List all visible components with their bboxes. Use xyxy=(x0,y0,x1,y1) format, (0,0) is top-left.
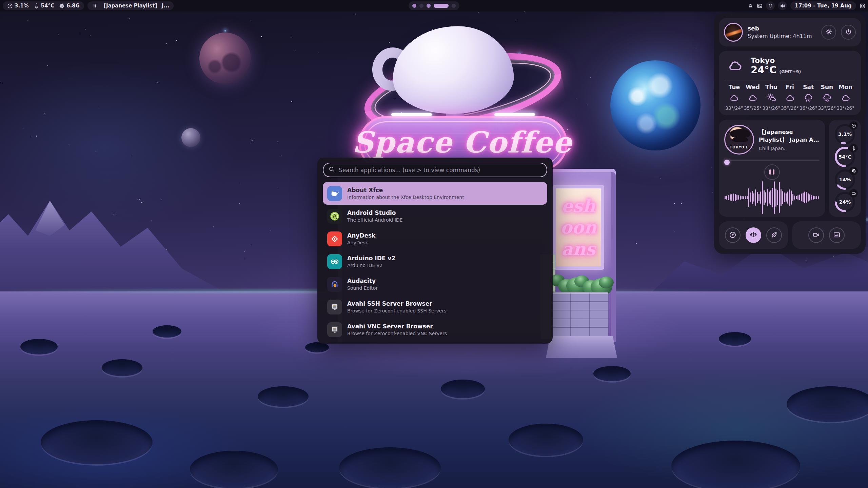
cpu-usage-stat: 3.1% xyxy=(7,3,29,9)
now-playing-title: 【Japanese Playlist】 J... xyxy=(101,3,170,9)
app-description: Sound Editor xyxy=(347,285,378,291)
app-list-item[interactable]: Arduino IDE v2 Arduino IDE v2 xyxy=(323,250,547,273)
power-button[interactable] xyxy=(841,25,856,40)
rain-icon xyxy=(803,93,813,103)
system-gauge: 14% xyxy=(834,169,855,190)
clock-text: 17:09 - Tue, 19 Aug xyxy=(795,3,852,9)
launcher-searchbar[interactable] xyxy=(323,163,547,177)
powersave-profile-button[interactable] xyxy=(766,227,782,243)
workspace-switcher-wrap xyxy=(409,1,459,10)
workspace-dot-occupied[interactable] xyxy=(427,4,431,8)
forecast-temps: 33°/24° xyxy=(725,105,743,111)
clock[interactable]: 17:09 - Tue, 19 Aug xyxy=(790,1,856,10)
forecast-day: Thu 33°/26° xyxy=(762,84,781,111)
app-list-item[interactable]: Android Studio The official Android IDE xyxy=(323,205,547,227)
app-list-item[interactable]: AnyDesk AnyDesk xyxy=(323,227,547,250)
gear-icon xyxy=(825,28,832,36)
speaker-icon xyxy=(780,3,786,9)
app-grid-icon[interactable] xyxy=(860,3,865,9)
forecast-day-name: Tue xyxy=(729,84,740,90)
forecast-temps: 35°/25° xyxy=(744,105,762,111)
app-description: The official Android IDE xyxy=(347,217,402,223)
app-list-item[interactable]: About Xfce Information about the Xfce De… xyxy=(323,182,547,205)
window-neon-text: esh xyxy=(561,196,595,216)
top-panel: 3.1% 54°C 6.8G 【Japanese Playlist】 J... xyxy=(0,0,868,12)
cpu-usage-value: 3.1% xyxy=(15,3,29,9)
forecast-temps: 36°/26° xyxy=(800,105,817,111)
window-neon-text: oon xyxy=(560,218,596,237)
window-neon-text: ans xyxy=(561,239,596,259)
cloud-icon xyxy=(841,93,851,103)
album-art[interactable]: TOKYO L xyxy=(724,125,754,155)
workspace-dot-active[interactable] xyxy=(434,4,449,8)
app-description: Information about the Xfce Desktop Envir… xyxy=(347,195,464,200)
app-name: About Xfce xyxy=(347,187,464,194)
weekly-forecast: Tue 33°/24° Wed 35°/25° Thu 33°/26° xyxy=(725,84,855,111)
speedometer-icon xyxy=(7,3,13,9)
sign-lamp xyxy=(391,113,432,116)
volume-button[interactable] xyxy=(778,1,787,10)
search-icon xyxy=(329,166,335,174)
pet-widget-icon[interactable] xyxy=(748,3,753,9)
weather-card: Tokyo 24°C (GMT+9) Tue 33°/24° Wed xyxy=(719,51,861,115)
system-stats-pill[interactable]: 3.1% 54°C 6.8G xyxy=(3,1,84,10)
temperature-stat: 54°C xyxy=(34,3,54,9)
memory-value: 6.8G xyxy=(66,3,80,9)
app-name: Android Studio xyxy=(347,209,402,216)
screenshot-icon xyxy=(833,231,841,240)
memory-stat: 6.8G xyxy=(59,3,80,9)
performance-profile-button[interactable] xyxy=(725,227,741,243)
now-playing-pill[interactable]: 【Japanese Playlist】 J... xyxy=(87,1,174,10)
video-camera-icon xyxy=(812,231,820,240)
settings-button[interactable] xyxy=(821,25,836,40)
thermometer-icon xyxy=(849,144,858,152)
search-input[interactable] xyxy=(339,167,541,174)
app-list-item[interactable]: Avahi VNC Server Browser Browse for Zero… xyxy=(323,318,547,341)
workspace-switcher[interactable] xyxy=(409,1,459,10)
forecast-day: Tue 33°/24° xyxy=(725,84,744,111)
forecast-temps: 33°/26° xyxy=(818,105,836,111)
brick-planter xyxy=(551,292,608,336)
album-art-caption: TOKYO L xyxy=(725,145,753,149)
avahi-icon xyxy=(327,300,342,314)
workspace-dot-occupied[interactable] xyxy=(412,4,416,8)
chip-icon xyxy=(849,167,858,175)
scales-icon xyxy=(750,231,757,240)
app-description: Browse for Zeroconf-enabled SSH Servers xyxy=(347,308,446,313)
forecast-temps: 35°/26° xyxy=(781,105,798,111)
pause-button[interactable] xyxy=(764,164,780,180)
seek-knob[interactable] xyxy=(724,160,730,165)
anydesk-icon xyxy=(327,231,342,246)
balanced-profile-button[interactable] xyxy=(746,227,761,243)
sun-cloud-icon xyxy=(766,93,776,103)
bell-icon xyxy=(768,3,773,9)
app-name: Avahi SSH Server Browser xyxy=(347,300,446,307)
app-list-item[interactable]: Audacity Sound Editor xyxy=(323,273,547,296)
purple-planet xyxy=(199,33,251,84)
workspace-dot-empty[interactable] xyxy=(419,4,423,8)
neon-sign-text: Space Coffee xyxy=(352,125,572,159)
xfce-icon xyxy=(327,186,342,201)
forecast-temps: 33°/26° xyxy=(836,105,854,111)
storm-icon xyxy=(822,93,832,103)
system-uptime: System Uptime: 4h11m xyxy=(748,33,816,39)
screen-record-button[interactable] xyxy=(808,227,824,243)
workspace-dot-empty[interactable] xyxy=(452,4,456,8)
leaf-icon xyxy=(770,231,778,240)
notifications-button[interactable] xyxy=(766,1,775,10)
app-name: Avahi VNC Server Browser xyxy=(347,323,447,330)
wallpaper-icon[interactable] xyxy=(757,3,763,9)
app-results-list: About Xfce Information about the Xfce De… xyxy=(323,182,547,341)
control-sidebar: seb System Uptime: 4h11m Tokyo 24°C (GMT… xyxy=(714,13,866,254)
forecast-day-name: Thu xyxy=(765,84,777,90)
temperature-value: 54°C xyxy=(41,3,54,9)
screenshot-button[interactable] xyxy=(829,227,845,243)
avatar[interactable] xyxy=(724,23,743,42)
seek-bar[interactable] xyxy=(724,160,820,161)
weather-timezone: (GMT+9) xyxy=(779,69,801,74)
app-list-item[interactable]: Avahi SSH Server Browser Browse for Zero… xyxy=(323,296,547,318)
app-description: Arduino IDE v2 xyxy=(347,263,395,268)
weather-temperature: 24°C xyxy=(751,65,776,75)
forecast-day-name: Fri xyxy=(786,84,794,90)
forecast-day: Sat 36°/26° xyxy=(799,84,818,111)
